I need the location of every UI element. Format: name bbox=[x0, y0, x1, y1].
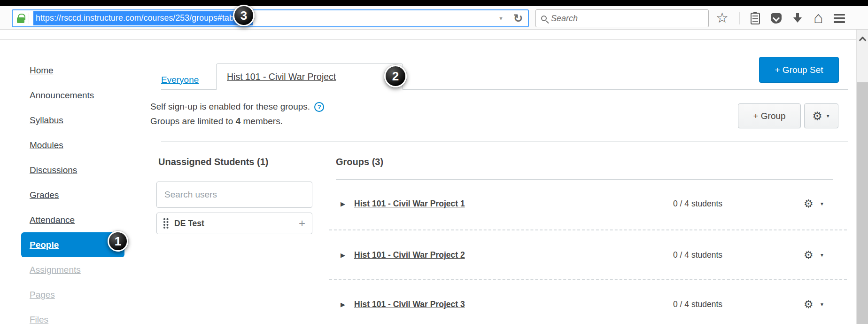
groups-heading-border bbox=[336, 179, 833, 180]
unassigned-student-card[interactable]: DE Test + bbox=[156, 213, 312, 234]
address-bar[interactable]: https://rsccd.instructure.com/courses/25… bbox=[12, 9, 529, 27]
browser-toolbar: ☆ ⌂ bbox=[716, 9, 845, 27]
expand-arrow-icon[interactable]: ▶ bbox=[341, 248, 345, 262]
sidebar-item-files[interactable]: Files bbox=[21, 307, 124, 324]
menu-icon[interactable] bbox=[834, 14, 845, 23]
sidebar-item-assignments[interactable]: Assignments bbox=[21, 257, 124, 282]
expand-arrow-icon[interactable]: ▶ bbox=[341, 297, 345, 311]
unassigned-students-heading: Unassigned Students (1) bbox=[158, 157, 268, 167]
group-link[interactable]: Hist 101 - Civil War Project 1 bbox=[354, 197, 465, 211]
sidebar-item-pages[interactable]: Pages bbox=[21, 282, 124, 307]
group-link[interactable]: Hist 101 - Civil War Project 3 bbox=[354, 297, 465, 311]
sidebar-item-discussions[interactable]: Discussions bbox=[21, 158, 124, 182]
search-icon bbox=[541, 16, 547, 21]
drag-handle-icon[interactable] bbox=[163, 218, 168, 229]
browser-chrome: https://rsccd.instructure.com/courses/25… bbox=[0, 0, 868, 30]
reload-icon[interactable]: ↻ bbox=[512, 13, 524, 24]
search-placeholder: Search bbox=[551, 14, 578, 24]
search-users-input[interactable] bbox=[156, 182, 312, 208]
chevron-down-icon[interactable]: ▼ bbox=[820, 297, 824, 311]
active-tab-label[interactable]: Hist 101 - Civil War Project bbox=[227, 71, 336, 82]
group-member-count: 0 / 4 students bbox=[673, 197, 722, 211]
home-icon[interactable]: ⌂ bbox=[814, 9, 823, 25]
gear-icon: ⚙ bbox=[812, 111, 822, 122]
callout-badge-2: 2 bbox=[384, 65, 407, 87]
help-icon[interactable]: ? bbox=[314, 102, 324, 112]
add-group-button[interactable]: + Group bbox=[738, 103, 801, 128]
divider bbox=[29, 13, 29, 24]
group-set-settings-button[interactable]: ⚙ ▼ bbox=[804, 103, 838, 128]
sidebar-item-attendance[interactable]: Attendance bbox=[21, 207, 124, 232]
callout-badge-3: 3 bbox=[233, 5, 255, 26]
url-text-selected[interactable]: https://rsccd.instructure.com/courses/25… bbox=[33, 11, 253, 25]
tab-group-set-active[interactable]: Hist 101 - Civil War Project bbox=[216, 63, 403, 90]
sidebar-item-grades[interactable]: Grades bbox=[21, 182, 124, 207]
sidebar-item-modules[interactable]: Modules bbox=[21, 133, 124, 158]
self-signup-notice: Self sign-up is enabled for these groups… bbox=[150, 102, 324, 112]
group-member-count: 0 / 4 students bbox=[673, 297, 722, 311]
chevron-down-icon: ▼ bbox=[826, 113, 830, 119]
bookmarks-list-icon[interactable] bbox=[751, 13, 760, 24]
group-link[interactable]: Hist 101 - Civil War Project 2 bbox=[354, 248, 465, 262]
divider bbox=[508, 13, 508, 24]
browser-search-box[interactable]: Search bbox=[535, 9, 709, 27]
url-history-dropdown-icon[interactable]: ▼ bbox=[498, 16, 504, 21]
add-to-group-icon[interactable]: + bbox=[299, 218, 305, 229]
member-limit-value: 4 bbox=[236, 116, 241, 126]
course-navigation: Home Announcements Syllabus Modules Disc… bbox=[21, 58, 124, 324]
callout-badge-1: 1 bbox=[108, 231, 128, 252]
group-member-count: 0 / 4 students bbox=[673, 248, 722, 262]
page-scrollbar[interactable] bbox=[856, 30, 868, 324]
add-group-set-button[interactable]: + Group Set bbox=[759, 57, 839, 83]
sidebar-item-syllabus[interactable]: Syllabus bbox=[21, 108, 124, 133]
bookmark-star-icon[interactable]: ☆ bbox=[716, 11, 728, 25]
expand-arrow-icon[interactable]: ▶ bbox=[341, 197, 345, 211]
gear-icon[interactable]: ⚙ bbox=[804, 297, 814, 311]
pocket-icon[interactable] bbox=[771, 13, 782, 24]
divider bbox=[739, 12, 740, 24]
self-signup-text: Self sign-up is enabled for these groups… bbox=[150, 102, 310, 112]
limit-text-suffix: members. bbox=[240, 116, 283, 126]
tab-everyone[interactable]: Everyone bbox=[161, 75, 199, 85]
gear-icon[interactable]: ⚙ bbox=[804, 197, 814, 211]
group-row: ▶ Hist 101 - Civil War Project 3 0 / 4 s… bbox=[336, 297, 848, 311]
sidebar-item-announcements[interactable]: Announcements bbox=[21, 83, 124, 108]
chevron-down-icon[interactable]: ▼ bbox=[820, 248, 824, 262]
groups-heading: Groups (3) bbox=[336, 157, 383, 167]
gear-icon[interactable]: ⚙ bbox=[804, 248, 814, 262]
group-row: ▶ Hist 101 - Civil War Project 1 0 / 4 s… bbox=[336, 197, 848, 211]
chevron-down-icon[interactable]: ▼ bbox=[820, 197, 824, 211]
https-lock-icon[interactable] bbox=[17, 17, 24, 23]
group-limit-notice: Groups are limited to 4 members. bbox=[150, 116, 283, 126]
group-row: ▶ Hist 101 - Civil War Project 2 0 / 4 s… bbox=[336, 248, 848, 262]
row-separator bbox=[329, 279, 847, 280]
scrollbar-thumb[interactable] bbox=[857, 82, 868, 324]
student-name: DE Test bbox=[174, 219, 204, 229]
section-border bbox=[161, 142, 848, 142]
row-separator bbox=[329, 229, 847, 230]
page-top-border bbox=[0, 39, 856, 40]
scroll-up-icon[interactable] bbox=[859, 37, 866, 44]
downloads-icon[interactable] bbox=[792, 13, 803, 24]
sidebar-item-home[interactable]: Home bbox=[21, 58, 124, 83]
window-top-strip bbox=[0, 0, 868, 6]
limit-text-prefix: Groups are limited to bbox=[150, 116, 236, 126]
